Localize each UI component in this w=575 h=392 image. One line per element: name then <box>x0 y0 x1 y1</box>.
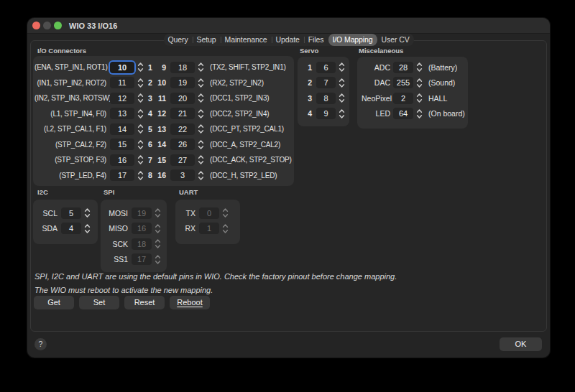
pin-number-field-disabled: 17 <box>132 253 152 265</box>
pin-number-field[interactable]: 2 <box>393 93 413 104</box>
io-connector-row: (IN1, STP_IN2, ROT2) 11 2 10 19 (RX2, ST… <box>34 75 288 91</box>
pin-number-field[interactable]: 22 <box>170 123 195 135</box>
pin-number-field[interactable]: 26 <box>170 139 195 150</box>
miscellaneous-group: ADC 28 (Battery) DAC 255 (Sound) NeoPixe <box>357 57 468 129</box>
stepper[interactable] <box>137 62 144 73</box>
stepper[interactable] <box>83 223 91 234</box>
pin-number-field[interactable]: 255 <box>393 77 413 88</box>
chevron-up-down-icon <box>137 170 144 181</box>
pin-number-field[interactable]: 15 <box>110 139 134 150</box>
stepper[interactable] <box>415 108 423 119</box>
stepper[interactable] <box>137 123 144 135</box>
stepper[interactable] <box>137 139 144 150</box>
stepper[interactable] <box>137 169 144 181</box>
get-button[interactable]: Get <box>34 296 74 309</box>
stepper-disabled <box>154 223 162 234</box>
stepper[interactable] <box>197 154 205 166</box>
connector-pin-number: 10 <box>157 78 166 87</box>
pin-number-field[interactable]: 20 <box>170 93 195 104</box>
tab-segment[interactable]: Files <box>304 34 328 46</box>
stepper[interactable] <box>415 77 423 88</box>
stepper[interactable] <box>137 77 144 88</box>
stepper[interactable] <box>197 77 205 88</box>
stepper[interactable] <box>338 77 346 88</box>
connector-pin-number: 9 <box>157 63 166 72</box>
reset-button[interactable]: Reset <box>124 296 165 309</box>
pin-number-field-disabled: 18 <box>132 238 152 250</box>
tab-segment[interactable]: Update <box>272 34 304 46</box>
miscellaneous-title: Miscelaneous <box>359 47 403 55</box>
chevron-up-down-icon <box>198 78 204 88</box>
stepper[interactable] <box>197 62 205 73</box>
stepper[interactable] <box>197 169 205 181</box>
stepper[interactable] <box>197 108 205 119</box>
pin-number-field[interactable]: 8 <box>316 93 336 104</box>
pin-number-field[interactable]: 13 <box>110 108 134 119</box>
stepper[interactable] <box>415 93 423 104</box>
pin-number-field[interactable]: 14 <box>110 123 134 135</box>
stepper[interactable] <box>197 123 205 135</box>
stepper[interactable] <box>197 139 205 150</box>
tab-segment[interactable]: Maintenance <box>220 34 271 46</box>
minimize-button[interactable] <box>43 22 51 29</box>
stepper[interactable] <box>83 207 91 219</box>
tab-segment[interactable]: Setup <box>193 34 221 46</box>
servo-number: 3 <box>303 94 312 103</box>
stepper[interactable] <box>137 108 144 119</box>
pin-number-field[interactable]: 16 <box>110 154 134 166</box>
pin-number-field[interactable]: 28 <box>393 62 413 73</box>
stepper[interactable] <box>415 62 423 73</box>
pin-number-field[interactable]: 6 <box>316 62 336 73</box>
pin-number-field[interactable]: 12 <box>110 93 134 104</box>
pin-number-field[interactable]: 5 <box>61 207 81 219</box>
stepper[interactable] <box>338 93 346 104</box>
pin-number-field[interactable]: 17 <box>110 169 134 181</box>
stepper[interactable] <box>338 62 346 73</box>
zoom-button[interactable] <box>54 22 62 29</box>
pin-number-field[interactable]: 27 <box>170 154 195 166</box>
pin-number-field[interactable]: 7 <box>316 77 336 88</box>
connector-left-label: (STP_STOP, F3) <box>34 156 106 164</box>
title-bar[interactable]: WIO 33 I/O16 <box>27 18 550 34</box>
chevron-up-down-icon <box>137 108 144 119</box>
chevron-up-down-icon <box>198 108 204 119</box>
tab-segment[interactable]: User CV <box>377 34 414 46</box>
connector-pin-number: 7 <box>148 156 157 164</box>
reboot-button[interactable]: Reboot <box>170 296 210 309</box>
stepper[interactable] <box>137 154 144 166</box>
connector-left-label: (IN1, STP_IN2, ROT2) <box>34 79 106 87</box>
pin-number-field[interactable]: 9 <box>316 108 336 119</box>
tab-segment[interactable]: I/O Mapping <box>328 34 377 46</box>
pinout-warning-text: SPI, I2C and UART are using the default … <box>34 272 397 281</box>
stepper[interactable] <box>137 93 144 104</box>
set-button[interactable]: Set <box>79 296 119 309</box>
pin-number-field[interactable]: 3 <box>170 169 195 181</box>
connector-pin-number: 14 <box>157 140 166 149</box>
pin-number-field[interactable]: 10 <box>110 62 134 73</box>
stepper[interactable] <box>338 108 346 119</box>
chevron-up-down-icon <box>416 108 423 119</box>
pin-number-field[interactable]: 64 <box>393 108 413 119</box>
chevron-up-down-icon <box>155 254 161 265</box>
connector-pin-number: 15 <box>157 156 166 164</box>
io-mapping-pane: I/O Connectors (ENA, STP_IN1, ROT1) 10 1… <box>30 40 547 332</box>
peripheral-note: HALL <box>428 94 447 103</box>
chevron-up-down-icon <box>198 170 204 181</box>
pin-number-field[interactable]: 18 <box>170 62 195 73</box>
connector-right-label: (DCC_A, STP2_CAL2) <box>210 141 288 149</box>
chevron-up-down-icon <box>137 123 144 134</box>
spi-title: SPI <box>104 188 114 196</box>
tab-segment[interactable]: Query <box>163 34 192 46</box>
connector-pin-number: 3 <box>148 94 157 103</box>
pin-number-field[interactable]: 19 <box>170 77 195 88</box>
close-button[interactable] <box>32 22 40 29</box>
ok-button[interactable]: OK <box>500 337 542 351</box>
pin-number-field[interactable]: 11 <box>110 77 134 88</box>
io-connector-row: (IN2, STP_IN3, ROTSW) 12 3 11 20 (DCC1, … <box>34 90 288 106</box>
pin-number-field[interactable]: 21 <box>170 108 195 119</box>
desktop-background: WIO 33 I/O16 Query Setup Maintenance Upd… <box>0 0 575 392</box>
help-button[interactable]: ? <box>34 338 47 350</box>
pin-number-field[interactable]: 4 <box>61 223 81 234</box>
peripheral-label: ADC <box>362 63 390 72</box>
stepper[interactable] <box>197 93 205 104</box>
